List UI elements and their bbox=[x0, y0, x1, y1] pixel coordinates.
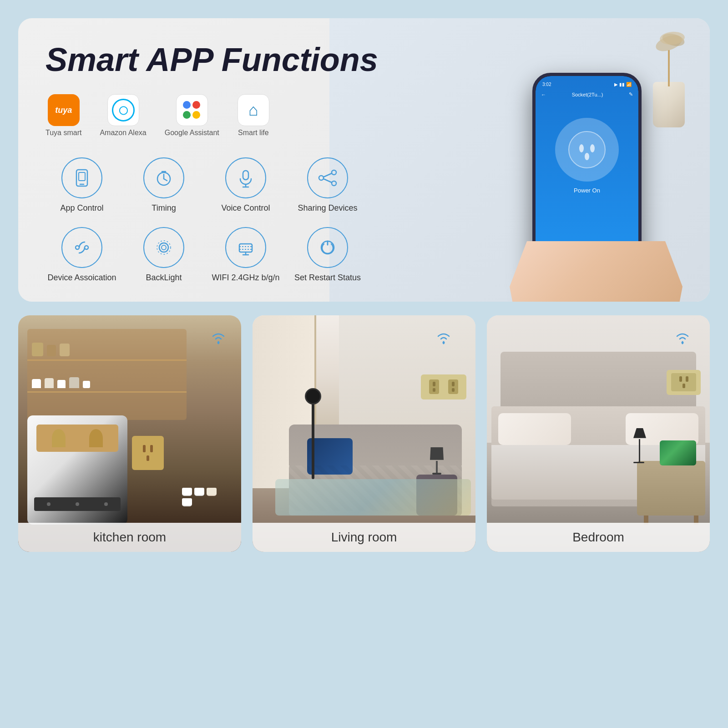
bedroom-card: Bedroom bbox=[487, 315, 710, 552]
wifi-icon bbox=[225, 227, 266, 268]
feature-timing: Timing bbox=[127, 157, 200, 213]
svg-point-12 bbox=[332, 181, 336, 186]
svg-line-5 bbox=[164, 179, 167, 181]
feature-backlight: BackLight bbox=[127, 227, 200, 283]
wifi-label: WIFI 2.4GHz b/g/n bbox=[212, 273, 279, 283]
kitchen-socket bbox=[132, 436, 164, 470]
feature-set-restart: Set Restart Status bbox=[291, 227, 364, 283]
smart-app-functions-card: Smart APP Functions tuya Tuya smart ◯ Am… bbox=[18, 18, 710, 302]
feature-app-control: App Control bbox=[46, 157, 118, 213]
svg-line-13 bbox=[324, 173, 332, 177]
timing-icon bbox=[143, 157, 184, 198]
svg-point-29 bbox=[590, 144, 595, 152]
bedroom-wifi-signal bbox=[673, 329, 692, 347]
svg-point-10 bbox=[319, 176, 324, 180]
phone-app-header: ← Socket(2Tu...) ✎ bbox=[536, 89, 638, 100]
set-restart-label: Set Restart Status bbox=[294, 273, 361, 283]
svg-point-15 bbox=[76, 246, 79, 249]
logo-item-google: Google Assistant bbox=[165, 94, 219, 137]
logo-item-alexa: ◯ Amazon Alexa bbox=[100, 94, 146, 137]
alexa-ring: ◯ bbox=[112, 99, 135, 121]
svg-line-14 bbox=[324, 179, 332, 182]
alexa-logo: ◯ bbox=[107, 94, 139, 126]
svg-point-33 bbox=[682, 341, 684, 344]
feature-device-association: Device Assoication bbox=[46, 227, 118, 283]
svg-rect-2 bbox=[79, 172, 85, 181]
logo-item-smartlife: ⌂ Smart life bbox=[238, 94, 269, 137]
socket-circle bbox=[555, 118, 619, 182]
rooms-grid: kitchen room bbox=[18, 315, 710, 552]
svg-point-32 bbox=[443, 341, 445, 344]
timing-label: Timing bbox=[152, 203, 176, 213]
backlight-label: BackLight bbox=[146, 273, 182, 283]
coffee-machine bbox=[27, 415, 127, 525]
living-wifi-signal bbox=[435, 329, 453, 347]
phone-status-bar: 3:02 ▶ ▮▮ 📶 bbox=[536, 80, 638, 89]
bedroom-socket bbox=[667, 370, 701, 395]
voice-control-label: Voice Control bbox=[221, 203, 270, 213]
sharing-devices-icon bbox=[307, 157, 348, 198]
living-room-card: Living room bbox=[253, 315, 475, 552]
tuya-label: Tuya smart bbox=[46, 129, 81, 137]
svg-rect-20 bbox=[239, 244, 252, 252]
app-control-icon bbox=[61, 157, 102, 198]
phone-hand-wrapper: 3:02 ▶ ▮▮ 📶 ← Socket(2Tu...) ✎ bbox=[510, 64, 682, 302]
sharing-devices-label: Sharing Devices bbox=[298, 203, 357, 213]
kitchen-room-card: kitchen room bbox=[18, 315, 241, 552]
backlight-icon bbox=[143, 227, 184, 268]
smartlife-logo: ⌂ bbox=[238, 94, 269, 126]
svg-point-16 bbox=[85, 246, 88, 249]
svg-point-18 bbox=[162, 245, 166, 250]
hand-shape bbox=[510, 241, 682, 302]
smartlife-house-icon: ⌂ bbox=[248, 101, 258, 120]
device-association-label: Device Assoication bbox=[47, 273, 116, 283]
svg-point-17 bbox=[159, 243, 168, 252]
feature-voice-control: Voice Control bbox=[209, 157, 282, 213]
svg-point-30 bbox=[585, 153, 589, 160]
logo-item-tuya: tuya Tuya smart bbox=[46, 94, 81, 137]
svg-point-11 bbox=[332, 170, 336, 175]
alexa-label: Amazon Alexa bbox=[100, 129, 146, 137]
svg-point-31 bbox=[217, 341, 220, 344]
google-dots bbox=[183, 101, 201, 119]
tuya-logo: tuya bbox=[48, 94, 80, 126]
svg-rect-7 bbox=[243, 171, 248, 180]
feature-sharing-devices: Sharing Devices bbox=[291, 157, 364, 213]
feature-wifi: WIFI 2.4GHz b/g/n bbox=[209, 227, 282, 283]
svg-point-28 bbox=[579, 144, 584, 152]
kitchen-label: kitchen room bbox=[18, 523, 241, 552]
power-on-label: Power On bbox=[574, 187, 600, 194]
google-label: Google Assistant bbox=[165, 129, 219, 137]
bedroom-label: Bedroom bbox=[487, 523, 710, 552]
app-control-label: App Control bbox=[60, 203, 103, 213]
smartlife-label: Smart life bbox=[238, 129, 269, 137]
device-association-icon bbox=[61, 227, 102, 268]
voice-control-icon bbox=[225, 157, 266, 198]
svg-point-27 bbox=[569, 131, 605, 168]
google-logo bbox=[176, 94, 208, 126]
set-restart-icon bbox=[307, 227, 348, 268]
kitchen-wifi-signal bbox=[209, 329, 228, 347]
living-room-label: Living room bbox=[253, 523, 475, 552]
living-socket bbox=[421, 374, 466, 399]
